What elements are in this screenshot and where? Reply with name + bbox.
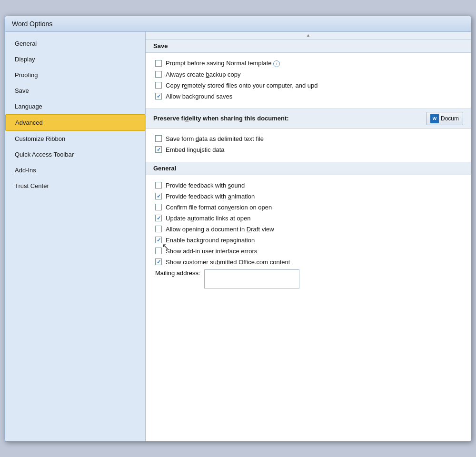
label-save-form-data[interactable]: Save form data as delimited text file [166,135,264,142]
checkbox-allow-draft[interactable] [155,226,162,232]
label-show-addin-errors[interactable]: Show add-in user interface errors [166,248,257,255]
label-allow-draft[interactable]: Allow opening a document in Draft view [166,226,274,233]
option-row: Embed linguistic data [155,144,461,155]
option-row: Provide feedback with animation [155,191,461,202]
checkbox-show-office-content[interactable] [155,258,162,265]
option-row: Provide feedback with sound [155,180,461,191]
label-show-office-content[interactable]: Show customer submitted Office.com conte… [166,258,290,266]
option-row: Show customer submitted Office.com conte… [155,257,461,268]
checkbox-save-form-data[interactable] [155,135,162,142]
option-row: Allow background saves [155,91,461,102]
sidebar-item-general[interactable]: General [5,36,145,51]
doc-button-label: Docum [441,115,459,122]
sidebar-item-save[interactable]: Save [5,83,145,99]
general-section-header: General [146,162,471,175]
save-section-content: Prompt before saving Normal template i A… [146,53,471,109]
dialog-title: Word Options [12,20,52,28]
mailing-label: Mailing address: [155,269,200,277]
label-prompt-normal[interactable]: Prompt before saving Normal template i [166,60,280,67]
option-row: Copy remotely stored files onto your com… [155,80,461,91]
checkbox-background-saves[interactable] [155,93,162,99]
checkbox-update-links[interactable] [155,215,162,221]
mailing-row: Mailing address: [155,268,461,290]
label-update-links[interactable]: Update automatic links at open [166,215,251,222]
sidebar-item-display[interactable]: Display [5,51,145,67]
checkbox-feedback-animation[interactable] [155,193,162,199]
sidebar-item-trust-center[interactable]: Trust Center [5,178,145,194]
sidebar-item-language[interactable]: Language [5,99,145,114]
dialog-body: GeneralDisplayProofingSaveLanguageAdvanc… [5,32,471,441]
sidebar-item-customize-ribbon[interactable]: Customize Ribbon [5,131,145,147]
checkbox-show-addin-errors[interactable] [155,248,162,254]
label-feedback-animation[interactable]: Provide feedback with animation [166,193,255,200]
label-embed-linguistic[interactable]: Embed linguistic data [166,146,225,153]
sidebar: GeneralDisplayProofingSaveLanguageAdvanc… [5,32,146,441]
sidebar-item-quick-access-toolbar[interactable]: Quick Access Toolbar [5,147,145,162]
label-confirm-format[interactable]: Confirm file format conversion on open [166,204,272,211]
checkbox-embed-linguistic[interactable] [155,146,162,153]
main-content: ▲ Save Prompt before saving Normal templ… [146,32,471,441]
title-bar: Word Options [5,16,471,32]
checkbox-prompt-normal[interactable] [155,60,162,67]
sidebar-item-advanced[interactable]: Advanced [5,114,145,131]
checkbox-backup-copy[interactable] [155,71,162,78]
checkbox-feedback-sound[interactable] [155,182,162,189]
label-copy-remotely[interactable]: Copy remotely stored files onto your com… [166,82,317,89]
option-row: Update automatic links at open [155,213,461,224]
save-section-header: Save [146,40,471,53]
document-button[interactable]: W Docum [426,112,463,125]
word-icon: W [430,114,439,123]
sidebar-item-add-ins[interactable]: Add-Ins [5,162,145,178]
info-icon: i [273,60,280,67]
option-row: Save form data as delimited text file [155,133,461,144]
option-row: Allow opening a document in Draft view [155,224,461,235]
option-row-enable-repagination: Enable background repagination ↖ [155,235,461,246]
preserve-fidelity-label: Preserve fidelity when sharing this docu… [153,115,422,122]
label-background-saves[interactable]: Allow background saves [166,93,232,100]
sidebar-item-proofing[interactable]: Proofing [5,67,145,83]
general-section-content: Provide feedback with sound Provide feed… [146,175,471,297]
label-feedback-sound[interactable]: Provide feedback with sound [166,182,245,189]
preserve-section-content: Save form data as delimited text file Em… [146,129,471,162]
label-backup-copy[interactable]: Always create backup copy [166,71,241,78]
scroll-indicator: ▲ [146,32,471,40]
checkbox-confirm-format[interactable] [155,204,162,210]
preserve-fidelity-row: Preserve fidelity when sharing this docu… [146,109,471,129]
label-enable-repagination[interactable]: Enable background repagination [166,237,255,244]
option-row: Show add-in user interface errors [155,246,461,257]
word-options-dialog: Word Options GeneralDisplayProofingSaveL… [5,16,471,442]
mailing-address-input[interactable] [204,269,299,288]
option-row: Confirm file format conversion on open [155,202,461,213]
option-row: Prompt before saving Normal template i [155,58,461,69]
checkbox-enable-repagination[interactable] [155,237,162,243]
option-row: Always create backup copy [155,69,461,80]
checkbox-copy-remotely[interactable] [155,82,162,89]
